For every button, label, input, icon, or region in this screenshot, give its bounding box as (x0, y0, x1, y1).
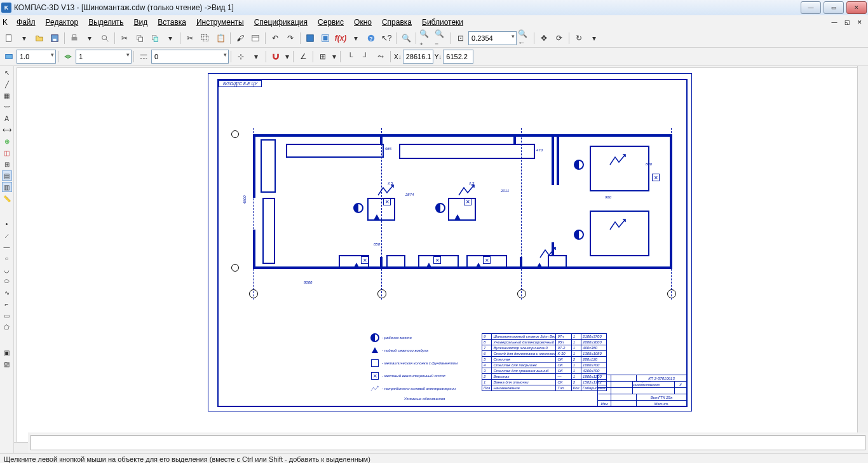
minimize-button[interactable]: — (801, 1, 821, 14)
layer-combo[interactable]: 1 (76, 50, 132, 64)
copy-icon[interactable] (133, 31, 147, 45)
menu-window[interactable]: Окно (349, 17, 377, 28)
title-bar: K КОМПАС-3D V13 - [Шиномантаж.cdw (тольк… (0, 0, 868, 15)
pan-icon[interactable]: ✥ (537, 31, 551, 45)
paste-icon[interactable]: 📋 (214, 31, 227, 45)
zoom-window-icon[interactable]: 🔍 (399, 31, 413, 45)
round-icon[interactable]: ┘ (358, 50, 372, 64)
angle-icon[interactable]: ∠ (296, 50, 310, 64)
command-input[interactable] (31, 435, 865, 450)
svg-rect-13 (307, 35, 314, 42)
style-combo[interactable]: 0 (151, 50, 229, 64)
tangent-icon[interactable]: ⤳ (374, 50, 388, 64)
spec-tool-icon[interactable]: ▤ (2, 170, 12, 181)
close-button[interactable]: ✕ (846, 1, 867, 14)
point-tool-icon[interactable]: • (2, 219, 12, 229)
text-tool-icon[interactable]: A (2, 113, 12, 123)
x-coord-field[interactable] (403, 50, 433, 64)
rect-tool-icon[interactable]: ▭ (2, 310, 12, 321)
svg-line-6 (106, 39, 109, 42)
brush-icon[interactable]: 🖌 (233, 31, 247, 45)
mdi-minimize[interactable]: — (829, 18, 840, 27)
layers-icon[interactable] (303, 31, 317, 45)
regen-icon[interactable]: ↻ (572, 31, 586, 45)
menu-view[interactable]: Вид (129, 17, 153, 28)
hatch-fill-icon[interactable]: ▨ (2, 359, 12, 369)
cut-icon[interactable]: ✂ (118, 31, 132, 45)
regen-drop-icon[interactable]: ▾ (587, 31, 601, 45)
report-tool-icon[interactable]: ▥ (2, 182, 12, 192)
select-tool-icon[interactable]: ▣ (2, 347, 12, 357)
measure-tool-icon[interactable]: 📏 (2, 193, 12, 204)
grid-icon[interactable]: ⊞ (316, 50, 330, 64)
menu-help[interactable]: Справка (377, 17, 417, 28)
y-coord-field[interactable] (443, 50, 473, 64)
new-icon[interactable] (2, 31, 16, 45)
save-icon[interactable] (48, 31, 62, 45)
menu-edit[interactable]: Редактор (41, 17, 84, 28)
maximize-button[interactable]: ▭ (824, 1, 844, 14)
ellipse-tool-icon[interactable]: ⬭ (2, 276, 12, 286)
layer-current-icon[interactable] (2, 50, 16, 64)
redo-icon[interactable]: ↷ (283, 31, 297, 45)
axis-tool-icon[interactable]: ⊕ (2, 136, 12, 146)
hatch-tool-icon[interactable]: ▦ (2, 90, 12, 100)
scrollbar-vertical[interactable] (857, 66, 868, 443)
menu-select[interactable]: Выделить (83, 17, 128, 28)
chamfer-tool-icon[interactable]: ⌐ (2, 299, 12, 309)
print-drop-icon[interactable]: ▾ (83, 31, 97, 45)
spec-item-icon[interactable] (148, 31, 162, 45)
arc-tool-icon[interactable]: ◡ (2, 265, 12, 275)
layerset-icon[interactable] (61, 50, 75, 64)
zoom-prev-icon[interactable]: 🔍← (517, 31, 531, 45)
aux-line-icon[interactable]: ⟋ (2, 230, 12, 240)
magnet-drop-icon[interactable]: ▾ (284, 50, 290, 64)
segment-tool-icon[interactable]: — (2, 242, 12, 252)
doc-icon: K (3, 18, 8, 27)
snap-drop-icon[interactable]: ▾ (249, 50, 263, 64)
preview-icon[interactable] (98, 31, 112, 45)
ortho-icon[interactable]: └ (343, 50, 357, 64)
magnet-icon[interactable] (269, 50, 283, 64)
undo-icon[interactable]: ↶ (268, 31, 282, 45)
zoom-in-icon[interactable]: 🔍₊ (419, 31, 433, 45)
menu-spec[interactable]: Спецификация (249, 17, 313, 28)
fx-icon[interactable]: f(x) (334, 31, 348, 45)
cursor-tool-icon[interactable]: ↖ (2, 67, 12, 78)
menu-service[interactable]: Сервис (313, 17, 349, 28)
circle-tool-icon[interactable]: ○ (2, 253, 12, 263)
menu-insert[interactable]: Вставка (153, 17, 191, 28)
zoom-field[interactable]: 0.2354 (468, 31, 517, 45)
bezier-tool-icon[interactable]: ∿ (2, 287, 12, 298)
cursor-icon[interactable]: ↖? (379, 31, 393, 45)
open-icon[interactable] (32, 31, 46, 45)
paste-drop-icon[interactable]: ▾ (163, 31, 177, 45)
polygon-tool-icon[interactable]: ⬠ (2, 322, 12, 332)
line-tool-icon[interactable]: ╱ (2, 79, 12, 89)
menu-tools[interactable]: Инструменты (191, 17, 249, 28)
views-icon[interactable] (318, 31, 332, 45)
new-drop-icon[interactable]: ▾ (17, 31, 31, 45)
zoom-fit-icon[interactable]: ⊡ (454, 31, 468, 45)
table-tool-icon[interactable]: ⊞ (2, 159, 12, 169)
rotate-icon[interactable]: ⟳ (552, 31, 566, 45)
vars-drop-icon[interactable]: ▾ (349, 31, 363, 45)
copy2-icon[interactable]: ⿻ (198, 31, 212, 45)
drawing-canvas[interactable]: Б/3О/Д/С 8-Е ЦУ (17, 67, 858, 443)
block-tool-icon[interactable]: ◫ (2, 148, 12, 158)
mdi-close[interactable]: ✕ (854, 18, 865, 27)
cut2-icon[interactable]: ✂ (183, 31, 197, 45)
zoom-out-icon[interactable]: 🔍₋ (434, 31, 448, 45)
properties-icon[interactable] (248, 31, 262, 45)
help-icon[interactable]: ? (364, 31, 378, 45)
mdi-restore[interactable]: ◱ (841, 18, 853, 27)
menu-file[interactable]: Файл (11, 17, 41, 28)
snap-icon[interactable]: ⊹ (234, 50, 248, 64)
thickness-combo[interactable]: 1.0 (17, 50, 56, 64)
menu-libs[interactable]: Библиотеки (417, 17, 468, 28)
grid-drop-icon[interactable]: ▾ (331, 50, 337, 64)
linestyle-icon[interactable] (137, 50, 151, 64)
print-icon[interactable] (67, 31, 81, 45)
dim-tool-icon[interactable]: ⟷ (2, 125, 12, 135)
spline-tool-icon[interactable]: 〰 (2, 102, 12, 112)
